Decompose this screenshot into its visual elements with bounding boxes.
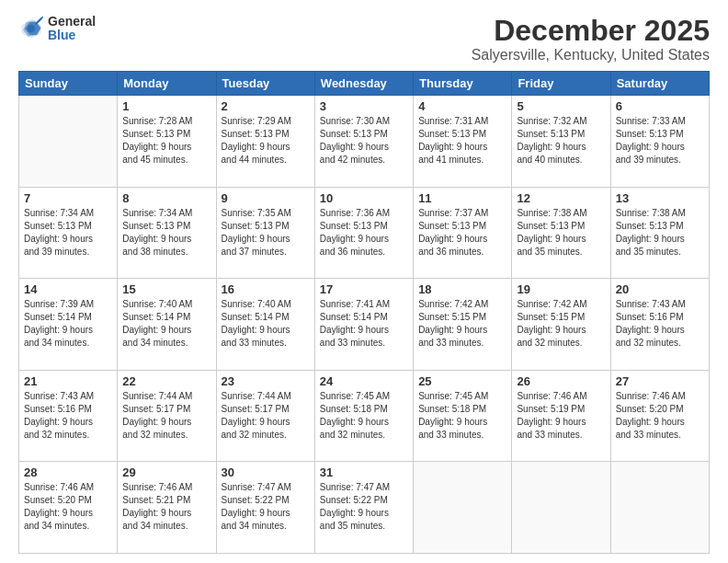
- header: General Blue December 2025 Salyersville,…: [18, 15, 710, 63]
- day-number: 12: [517, 191, 605, 205]
- cell-content: Sunrise: 7:44 AM Sunset: 5:17 PM Dayligh…: [122, 390, 210, 442]
- table-row: 24Sunrise: 7:45 AM Sunset: 5:18 PM Dayli…: [314, 370, 413, 462]
- table-row: 6Sunrise: 7:33 AM Sunset: 5:13 PM Daylig…: [610, 96, 709, 188]
- calendar-week-row: 21Sunrise: 7:43 AM Sunset: 5:16 PM Dayli…: [19, 370, 710, 462]
- cell-content: Sunrise: 7:31 AM Sunset: 5:13 PM Dayligh…: [418, 115, 506, 167]
- day-number: 25: [418, 374, 506, 388]
- table-row: 15Sunrise: 7:40 AM Sunset: 5:14 PM Dayli…: [118, 279, 216, 371]
- calendar-week-row: 14Sunrise: 7:39 AM Sunset: 5:14 PM Dayli…: [19, 279, 710, 371]
- day-number: 31: [320, 465, 408, 479]
- table-row: [610, 462, 709, 554]
- cell-content: Sunrise: 7:43 AM Sunset: 5:16 PM Dayligh…: [24, 390, 112, 442]
- day-number: 22: [122, 374, 210, 388]
- table-row: 19Sunrise: 7:42 AM Sunset: 5:15 PM Dayli…: [512, 279, 610, 371]
- table-row: 7Sunrise: 7:34 AM Sunset: 5:13 PM Daylig…: [19, 187, 118, 279]
- col-thursday: Thursday: [414, 72, 512, 96]
- page-title: December 2025: [472, 15, 710, 47]
- table-row: 17Sunrise: 7:41 AM Sunset: 5:14 PM Dayli…: [314, 279, 413, 371]
- cell-content: Sunrise: 7:40 AM Sunset: 5:14 PM Dayligh…: [122, 298, 210, 350]
- table-row: 20Sunrise: 7:43 AM Sunset: 5:16 PM Dayli…: [610, 279, 709, 371]
- cell-content: Sunrise: 7:36 AM Sunset: 5:13 PM Dayligh…: [320, 207, 408, 259]
- table-row: [414, 462, 512, 554]
- cell-content: Sunrise: 7:34 AM Sunset: 5:13 PM Dayligh…: [24, 207, 112, 259]
- cell-content: Sunrise: 7:47 AM Sunset: 5:22 PM Dayligh…: [222, 481, 310, 533]
- day-number: 3: [320, 99, 408, 113]
- day-number: 5: [517, 99, 605, 113]
- cell-content: Sunrise: 7:47 AM Sunset: 5:22 PM Dayligh…: [320, 481, 408, 533]
- table-row: 1Sunrise: 7:28 AM Sunset: 5:13 PM Daylig…: [118, 96, 216, 188]
- logo-icon: [18, 16, 44, 41]
- col-monday: Monday: [118, 72, 216, 96]
- day-number: 11: [418, 191, 506, 205]
- day-number: 27: [616, 374, 704, 388]
- day-number: 23: [222, 374, 310, 388]
- calendar-week-row: 1Sunrise: 7:28 AM Sunset: 5:13 PM Daylig…: [19, 96, 710, 188]
- table-row: 21Sunrise: 7:43 AM Sunset: 5:16 PM Dayli…: [19, 370, 118, 462]
- cell-content: Sunrise: 7:34 AM Sunset: 5:13 PM Dayligh…: [122, 207, 210, 259]
- page: General Blue December 2025 Salyersville,…: [0, 0, 728, 563]
- day-number: 30: [222, 465, 310, 479]
- table-row: 2Sunrise: 7:29 AM Sunset: 5:13 PM Daylig…: [216, 96, 314, 188]
- table-row: 4Sunrise: 7:31 AM Sunset: 5:13 PM Daylig…: [414, 96, 512, 188]
- cell-content: Sunrise: 7:46 AM Sunset: 5:20 PM Dayligh…: [616, 390, 704, 442]
- cell-content: Sunrise: 7:30 AM Sunset: 5:13 PM Dayligh…: [320, 115, 408, 167]
- logo: General Blue: [18, 15, 96, 43]
- title-block: December 2025 Salyersville, Kentucky, Un…: [472, 15, 710, 63]
- col-tuesday: Tuesday: [216, 72, 314, 96]
- day-number: 19: [517, 282, 605, 296]
- cell-content: Sunrise: 7:45 AM Sunset: 5:18 PM Dayligh…: [320, 390, 408, 442]
- day-number: 18: [418, 282, 506, 296]
- cell-content: Sunrise: 7:42 AM Sunset: 5:15 PM Dayligh…: [418, 298, 506, 350]
- calendar-header-row: Sunday Monday Tuesday Wednesday Thursday…: [19, 72, 710, 96]
- table-row: 10Sunrise: 7:36 AM Sunset: 5:13 PM Dayli…: [314, 187, 413, 279]
- day-number: 29: [122, 465, 210, 479]
- table-row: 12Sunrise: 7:38 AM Sunset: 5:13 PM Dayli…: [512, 187, 610, 279]
- table-row: 11Sunrise: 7:37 AM Sunset: 5:13 PM Dayli…: [414, 187, 512, 279]
- day-number: 20: [616, 282, 704, 296]
- logo-general-text: General: [48, 15, 96, 29]
- table-row: 25Sunrise: 7:45 AM Sunset: 5:18 PM Dayli…: [414, 370, 512, 462]
- table-row: 22Sunrise: 7:44 AM Sunset: 5:17 PM Dayli…: [118, 370, 216, 462]
- day-number: 13: [616, 191, 704, 205]
- cell-content: Sunrise: 7:46 AM Sunset: 5:19 PM Dayligh…: [517, 390, 605, 442]
- day-number: 21: [24, 374, 112, 388]
- cell-content: Sunrise: 7:29 AM Sunset: 5:13 PM Dayligh…: [222, 115, 310, 167]
- cell-content: Sunrise: 7:39 AM Sunset: 5:14 PM Dayligh…: [24, 298, 112, 350]
- table-row: 31Sunrise: 7:47 AM Sunset: 5:22 PM Dayli…: [314, 462, 413, 554]
- table-row: 28Sunrise: 7:46 AM Sunset: 5:20 PM Dayli…: [19, 462, 118, 554]
- table-row: 23Sunrise: 7:44 AM Sunset: 5:17 PM Dayli…: [216, 370, 314, 462]
- day-number: 1: [122, 99, 210, 113]
- cell-content: Sunrise: 7:42 AM Sunset: 5:15 PM Dayligh…: [517, 298, 605, 350]
- day-number: 10: [320, 191, 408, 205]
- day-number: 6: [616, 99, 704, 113]
- day-number: 9: [222, 191, 310, 205]
- table-row: 29Sunrise: 7:46 AM Sunset: 5:21 PM Dayli…: [118, 462, 216, 554]
- cell-content: Sunrise: 7:35 AM Sunset: 5:13 PM Dayligh…: [222, 207, 310, 259]
- day-number: 15: [122, 282, 210, 296]
- cell-content: Sunrise: 7:33 AM Sunset: 5:13 PM Dayligh…: [616, 115, 704, 167]
- table-row: 30Sunrise: 7:47 AM Sunset: 5:22 PM Dayli…: [216, 462, 314, 554]
- day-number: 26: [517, 374, 605, 388]
- table-row: 9Sunrise: 7:35 AM Sunset: 5:13 PM Daylig…: [216, 187, 314, 279]
- col-sunday: Sunday: [19, 72, 118, 96]
- cell-content: Sunrise: 7:38 AM Sunset: 5:13 PM Dayligh…: [616, 207, 704, 259]
- cell-content: Sunrise: 7:28 AM Sunset: 5:13 PM Dayligh…: [122, 115, 210, 167]
- table-row: 5Sunrise: 7:32 AM Sunset: 5:13 PM Daylig…: [512, 96, 610, 188]
- cell-content: Sunrise: 7:37 AM Sunset: 5:13 PM Dayligh…: [418, 207, 506, 259]
- col-friday: Friday: [512, 72, 610, 96]
- col-saturday: Saturday: [610, 72, 709, 96]
- day-number: 2: [222, 99, 310, 113]
- day-number: 14: [24, 282, 112, 296]
- day-number: 28: [24, 465, 112, 479]
- day-number: 4: [418, 99, 506, 113]
- calendar-week-row: 7Sunrise: 7:34 AM Sunset: 5:13 PM Daylig…: [19, 187, 710, 279]
- day-number: 24: [320, 374, 408, 388]
- logo-text: General Blue: [48, 15, 96, 43]
- table-row: 26Sunrise: 7:46 AM Sunset: 5:19 PM Dayli…: [512, 370, 610, 462]
- cell-content: Sunrise: 7:46 AM Sunset: 5:20 PM Dayligh…: [24, 481, 112, 533]
- col-wednesday: Wednesday: [314, 72, 413, 96]
- day-number: 7: [24, 191, 112, 205]
- cell-content: Sunrise: 7:40 AM Sunset: 5:14 PM Dayligh…: [222, 298, 310, 350]
- day-number: 17: [320, 282, 408, 296]
- cell-content: Sunrise: 7:45 AM Sunset: 5:18 PM Dayligh…: [418, 390, 506, 442]
